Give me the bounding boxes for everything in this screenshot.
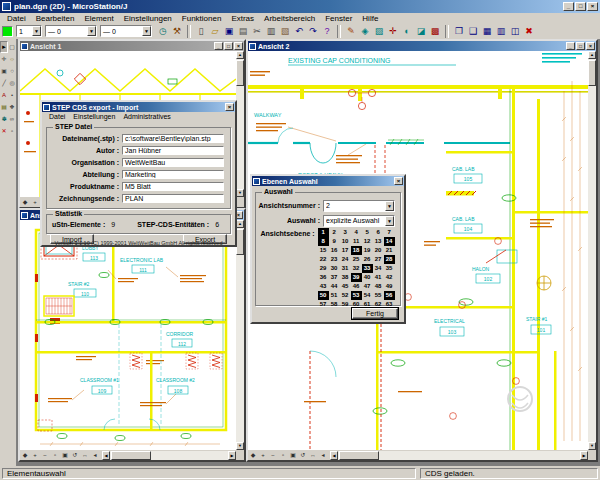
chevron-down-icon[interactable]: ▼: [385, 216, 394, 226]
level-55[interactable]: 55: [373, 291, 384, 300]
level-19[interactable]: 19: [362, 246, 373, 255]
drawing-field[interactable]: PLAN: [122, 194, 224, 203]
view3-vscrollbar[interactable]: ▲ ▼: [236, 220, 244, 450]
done-button[interactable]: Fertig: [352, 308, 398, 319]
zoom-in-icon[interactable]: +: [30, 450, 40, 460]
copy-element-tool[interactable]: ▣: [0, 65, 8, 77]
level-7[interactable]: 7: [384, 228, 395, 237]
maximize-button[interactable]: □: [575, 2, 586, 11]
delete-icon[interactable]: ✖: [522, 25, 536, 38]
zoom-in-icon[interactable]: +: [258, 450, 268, 460]
menu-bearbeiten[interactable]: Bearbeiten: [31, 14, 80, 23]
chevron-down-icon[interactable]: ▼: [385, 201, 394, 211]
new-file-icon[interactable]: ▯: [194, 25, 208, 38]
zoom-in-icon[interactable]: +: [30, 197, 40, 207]
level-59[interactable]: 59: [340, 300, 351, 309]
level-43[interactable]: 43: [318, 282, 329, 291]
text-tool[interactable]: A: [0, 89, 8, 101]
scroll-thumb[interactable]: [588, 60, 596, 86]
scroll-up-icon[interactable]: ▲: [588, 51, 596, 59]
menu-element[interactable]: Element: [79, 14, 118, 23]
level-32[interactable]: 32: [351, 264, 362, 273]
lasso-tool[interactable]: ○: [8, 65, 16, 77]
cell-library-icon[interactable]: ❐: [452, 25, 466, 38]
level-14[interactable]: 14: [384, 237, 395, 246]
level-34[interactable]: 34: [373, 264, 384, 273]
window-area-icon[interactable]: ▫: [278, 450, 288, 460]
level-1[interactable]: 1: [318, 228, 329, 237]
level-4[interactable]: 4: [351, 228, 362, 237]
scroll-right-icon[interactable]: ▶: [228, 451, 236, 460]
menu-einstellungen[interactable]: Einstellungen: [119, 14, 177, 23]
aux-coordinates-icon[interactable]: ◫: [508, 25, 522, 38]
maximize-button[interactable]: □: [576, 42, 585, 50]
level-40[interactable]: 40: [362, 273, 373, 282]
chevron-down-icon[interactable]: ▼: [32, 26, 41, 36]
undo-icon[interactable]: ↶: [292, 25, 306, 38]
level-44[interactable]: 44: [329, 282, 340, 291]
fit-active-icon[interactable]: ◈: [358, 25, 372, 38]
pan-view-icon[interactable]: ↔: [308, 450, 318, 460]
product-field[interactable]: M5 Blatt: [122, 182, 224, 191]
raster-manager-icon[interactable]: ▦: [480, 25, 494, 38]
zoom-out-icon[interactable]: −: [40, 450, 50, 460]
level-6[interactable]: 6: [373, 228, 384, 237]
menu-datei[interactable]: Datei: [2, 14, 31, 23]
minimize-button[interactable]: _: [214, 42, 223, 50]
level-11[interactable]: 11: [351, 237, 362, 246]
step-dialog-title-bar[interactable]: STEP CDS export - Import ×: [42, 102, 235, 112]
organisation-field[interactable]: WeltWeitBau: [122, 158, 224, 167]
redo-icon[interactable]: ↷: [306, 25, 320, 38]
scroll-up-icon[interactable]: ▲: [236, 220, 244, 228]
zoom-tool[interactable]: ◎: [8, 77, 16, 89]
level-29[interactable]: 29: [318, 264, 329, 273]
level-22[interactable]: 22: [318, 255, 329, 264]
author-field[interactable]: Jan Hübner: [122, 146, 224, 155]
pan-view-icon[interactable]: ↔: [80, 450, 90, 460]
level-12[interactable]: 12: [362, 237, 373, 246]
level-dialog-title-bar[interactable]: Ebenen Auswahl ×: [252, 176, 404, 186]
scroll-left-icon[interactable]: ◀: [102, 451, 110, 460]
filename-field[interactable]: c:\software\Bentley\plan.stp: [122, 134, 224, 143]
level-39[interactable]: 39: [351, 273, 362, 282]
title-bar[interactable]: plan.dgn (2D) - MicroStation/J _□×: [0, 0, 600, 13]
copy-icon[interactable]: ▥: [264, 25, 278, 38]
paste-icon[interactable]: ▧: [278, 25, 292, 38]
scroll-thumb[interactable]: [236, 229, 244, 255]
fit-view-icon[interactable]: ▣: [60, 450, 70, 460]
window-area-icon[interactable]: ▫: [50, 450, 60, 460]
close-button[interactable]: ×: [234, 42, 243, 50]
update-design-icon[interactable]: ▨: [372, 25, 386, 38]
level-42[interactable]: 42: [384, 273, 395, 282]
view-previous-icon[interactable]: ◂: [318, 450, 328, 460]
level-20[interactable]: 20: [373, 246, 384, 255]
chevron-down-icon[interactable]: ▼: [87, 26, 96, 36]
cell-tool[interactable]: ❖: [8, 101, 16, 113]
level-38[interactable]: 38: [340, 273, 351, 282]
level-57[interactable]: 57: [318, 300, 329, 309]
zoom-out-icon[interactable]: −: [268, 450, 278, 460]
level-select-dialog[interactable]: Ebenen Auswahl × Auswahl Ansichtsnummer …: [250, 174, 406, 324]
view1-vscrollbar[interactable]: ▲ ▼: [236, 51, 244, 197]
menu-extras[interactable]: Extras: [226, 14, 259, 23]
change-attributes-icon[interactable]: ◪: [414, 25, 428, 38]
level-16[interactable]: 16: [329, 246, 340, 255]
update-view-icon[interactable]: ◆: [20, 197, 30, 207]
level-58[interactable]: 58: [329, 300, 340, 309]
scroll-down-icon[interactable]: ▼: [588, 442, 596, 450]
level-46[interactable]: 46: [351, 282, 362, 291]
level-31[interactable]: 31: [340, 264, 351, 273]
compress-icon[interactable]: ✛: [386, 25, 400, 38]
view2-vscrollbar[interactable]: ▲ ▼: [588, 51, 596, 450]
point-tool[interactable]: •: [8, 89, 16, 101]
level-54[interactable]: 54: [362, 291, 373, 300]
level-36[interactable]: 36: [318, 273, 329, 282]
view-light-tool[interactable]: ☼: [8, 53, 16, 65]
level-52[interactable]: 52: [340, 291, 351, 300]
selection-mode-combo[interactable]: explizite Auswahl ▼: [323, 215, 395, 227]
level-17[interactable]: 17: [340, 246, 351, 255]
analyze-icon[interactable]: ◐: [400, 25, 414, 38]
rotate-view-icon[interactable]: ↺: [70, 450, 80, 460]
level-10[interactable]: 10: [340, 237, 351, 246]
redline-icon[interactable]: ✎: [344, 25, 358, 38]
